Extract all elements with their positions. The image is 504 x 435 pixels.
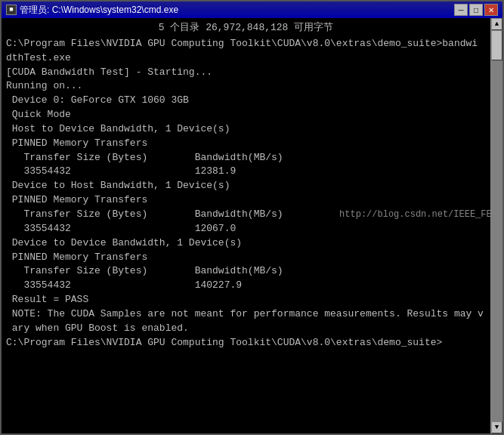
scroll-track[interactable] xyxy=(491,30,502,421)
title-bar-controls: ─ □ ✕ xyxy=(454,4,498,16)
scrollbar[interactable]: ▲ ▼ xyxy=(490,18,502,433)
header-line: 5 个目录 26,972,848,128 可用字节 xyxy=(6,21,486,35)
cmd-window: ■ 管理员: C:\Windows\system32\cmd.exe ─ □ ✕… xyxy=(0,0,504,435)
terminal-line: NOTE: The CUDA Samples are not meant for… xyxy=(6,307,486,322)
terminal-line: 33554432 12381.9 xyxy=(6,165,486,179)
maximize-button[interactable]: □ xyxy=(469,4,483,16)
terminal-line: Running on... xyxy=(6,79,486,94)
terminal-line: 33554432 12067.0 xyxy=(6,222,486,236)
terminal-line: Device 0: GeForce GTX 1060 3GB xyxy=(6,94,486,108)
scroll-thumb[interactable] xyxy=(491,30,502,60)
window-icon: ■ xyxy=(6,5,17,15)
terminal-line: [CUDA Bandwidth Test] - Starting... xyxy=(6,66,486,80)
terminal-line: Device to Host Bandwidth, 1 Device(s) xyxy=(6,179,486,193)
watermark-text: http://blog.csdn.net/IEEE_FELLOW xyxy=(329,209,490,220)
terminal-line: Host to Device Bandwidth, 1 Device(s) xyxy=(6,122,486,137)
terminal-line: Quick Mode xyxy=(6,108,486,122)
close-button[interactable]: ✕ xyxy=(484,4,498,16)
terminal-output[interactable]: 5 个目录 26,972,848,128 可用字节 C:\Program Fil… xyxy=(2,18,490,433)
terminal-line: 33554432 140227.9 xyxy=(6,279,486,293)
title-bar-left: ■ 管理员: C:\Windows\system32\cmd.exe xyxy=(6,4,178,17)
terminal-line: PINNED Memory Transfers xyxy=(6,251,486,265)
terminal-line: ary when GPU Boost is enabled. xyxy=(6,322,486,336)
terminal-line-text: Transfer Size (Bytes) Bandwidth(MB/s) xyxy=(6,208,283,220)
scroll-up-button[interactable]: ▲ xyxy=(491,18,502,30)
terminal-line: PINNED Memory Transfers xyxy=(6,193,486,208)
terminal-line: dthTest.exe xyxy=(6,51,486,66)
content-area: 5 个目录 26,972,848,128 可用字节 C:\Program Fil… xyxy=(2,18,502,433)
terminal-line: Result = PASS xyxy=(6,293,486,307)
terminal-line: Transfer Size (Bytes) Bandwidth(MB/s) xyxy=(6,264,486,279)
terminal-line: Transfer Size (Bytes) Bandwidth(MB/s) xyxy=(6,151,486,165)
terminal-line: Device to Device Bandwidth, 1 Device(s) xyxy=(6,236,486,251)
title-bar: ■ 管理员: C:\Windows\system32\cmd.exe ─ □ ✕ xyxy=(2,2,502,18)
minimize-button[interactable]: ─ xyxy=(454,4,468,16)
scroll-down-button[interactable]: ▼ xyxy=(491,421,502,433)
terminal-line: Transfer Size (Bytes) Bandwidth(MB/s) ht… xyxy=(6,208,486,222)
window-title: 管理员: C:\Windows\system32\cmd.exe xyxy=(20,4,178,17)
terminal-line: C:\Program Files\NVIDIA GPU Computing To… xyxy=(6,37,486,51)
terminal-line: PINNED Memory Transfers xyxy=(6,137,486,151)
terminal-lines: C:\Program Files\NVIDIA GPU Computing To… xyxy=(6,37,486,350)
terminal-line: C:\Program Files\NVIDIA GPU Computing To… xyxy=(6,336,486,350)
